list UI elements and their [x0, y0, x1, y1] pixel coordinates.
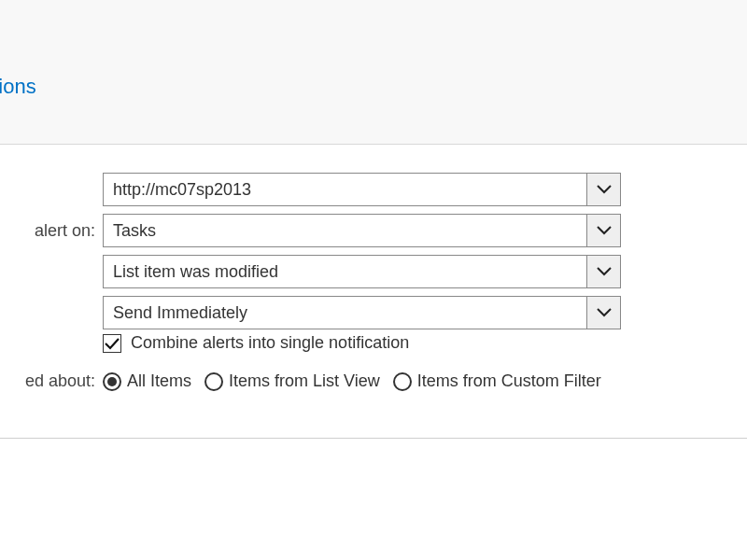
combine-checkbox-label: Combine alerts into single notification: [131, 333, 409, 353]
header-bar: ptions: [0, 0, 747, 145]
list-dropdown[interactable]: Tasks: [103, 214, 621, 247]
event-dropdown-value: List item was modified: [104, 256, 586, 287]
combine-checkbox-row: Combine alerts into single notification: [103, 333, 747, 353]
site-dropdown-button[interactable]: [586, 174, 620, 205]
radio-dot-icon: [107, 377, 117, 386]
options-link[interactable]: ptions: [0, 75, 36, 99]
event-dropdown-button[interactable]: [586, 256, 620, 287]
site-dropdown-value: http://mc07sp2013: [104, 174, 586, 205]
timing-dropdown-button[interactable]: [586, 297, 620, 329]
checkmark-icon: [105, 337, 120, 350]
section-divider: [0, 438, 747, 439]
timing-dropdown[interactable]: Send Immediately: [103, 296, 621, 329]
radio-list-view-label: Items from List View: [229, 371, 380, 391]
alert-form: http://mc07sp2013 alert on: Tasks List i…: [0, 145, 747, 439]
radio-all-items-label: All Items: [127, 371, 191, 391]
combine-checkbox[interactable]: [103, 334, 121, 353]
radio-custom-filter-label: Items from Custom Filter: [417, 371, 601, 391]
scope-radio-group: All Items Items from List View Items fro…: [103, 371, 747, 391]
label-alerted-about: ed about:: [0, 371, 103, 391]
timing-dropdown-value: Send Immediately: [104, 297, 586, 329]
chevron-down-icon: [597, 226, 612, 235]
list-dropdown-value: Tasks: [104, 215, 586, 246]
chevron-down-icon: [597, 267, 612, 276]
site-dropdown[interactable]: http://mc07sp2013: [103, 173, 621, 206]
list-dropdown-button[interactable]: [586, 215, 620, 246]
radio-circle-icon: [204, 372, 223, 391]
chevron-down-icon: [597, 185, 612, 194]
label-alert-on: alert on:: [0, 221, 103, 241]
chevron-down-icon: [597, 308, 612, 317]
radio-list-view[interactable]: Items from List View: [204, 371, 380, 391]
radio-custom-filter[interactable]: Items from Custom Filter: [393, 371, 601, 391]
radio-all-items[interactable]: All Items: [103, 371, 191, 391]
radio-circle-icon: [393, 372, 412, 391]
event-dropdown[interactable]: List item was modified: [103, 255, 621, 288]
radio-circle-icon: [103, 372, 121, 391]
